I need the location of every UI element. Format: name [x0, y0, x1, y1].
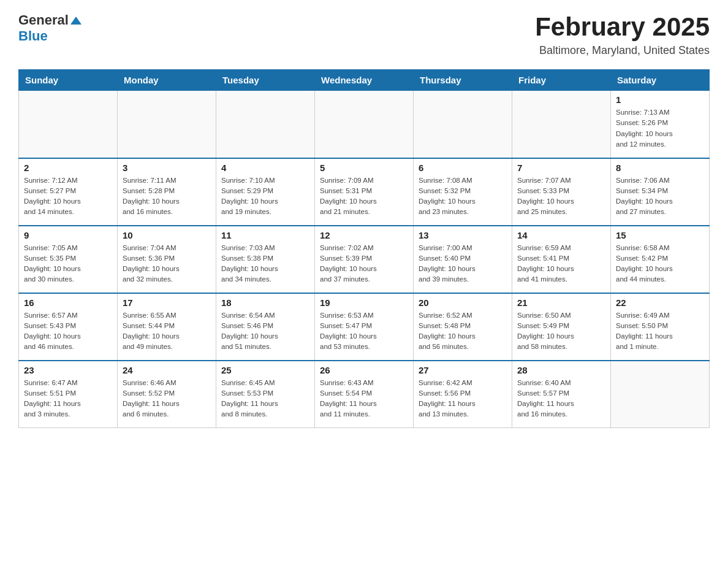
page-header: General Blue February 2025 Baltimore, Ma… [18, 12, 710, 57]
day-info: Sunrise: 6:58 AM Sunset: 5:42 PM Dayligh… [616, 243, 704, 285]
day-info: Sunrise: 6:52 AM Sunset: 5:48 PM Dayligh… [419, 310, 507, 353]
day-info: Sunrise: 7:10 AM Sunset: 5:29 PM Dayligh… [221, 175, 309, 218]
calendar-day-cell [216, 91, 315, 158]
calendar-day-cell: 25Sunrise: 6:45 AM Sunset: 5:53 PM Dayli… [216, 361, 315, 428]
calendar-week-row: 23Sunrise: 6:47 AM Sunset: 5:51 PM Dayli… [19, 361, 710, 428]
day-number: 11 [221, 230, 309, 240]
calendar-day-cell: 3Sunrise: 7:11 AM Sunset: 5:28 PM Daylig… [118, 158, 216, 226]
calendar-week-row: 16Sunrise: 6:57 AM Sunset: 5:43 PM Dayli… [19, 293, 710, 361]
calendar-day-cell: 17Sunrise: 6:55 AM Sunset: 5:44 PM Dayli… [118, 293, 216, 361]
calendar-header-cell: Tuesday [216, 70, 315, 91]
day-number: 13 [419, 230, 507, 240]
day-number: 21 [517, 297, 605, 308]
day-info: Sunrise: 6:55 AM Sunset: 5:44 PM Dayligh… [123, 310, 211, 353]
logo-triangle-icon [70, 17, 82, 25]
calendar-title: February 2025 [535, 12, 710, 42]
day-number: 17 [123, 297, 211, 308]
day-info: Sunrise: 6:53 AM Sunset: 5:47 PM Dayligh… [320, 310, 408, 353]
day-number: 23 [24, 365, 112, 375]
calendar-header-cell: Wednesday [315, 70, 414, 91]
calendar-day-cell: 20Sunrise: 6:52 AM Sunset: 5:48 PM Dayli… [414, 293, 512, 361]
day-info: Sunrise: 7:06 AM Sunset: 5:34 PM Dayligh… [616, 175, 704, 218]
calendar-day-cell: 28Sunrise: 6:40 AM Sunset: 5:57 PM Dayli… [512, 361, 611, 428]
day-info: Sunrise: 6:59 AM Sunset: 5:41 PM Dayligh… [517, 243, 605, 285]
logo-general: General [18, 12, 69, 28]
day-info: Sunrise: 7:05 AM Sunset: 5:35 PM Dayligh… [24, 243, 112, 285]
calendar-table: SundayMondayTuesdayWednesdayThursdayFrid… [18, 69, 710, 428]
day-number: 1 [616, 94, 704, 105]
calendar-day-cell: 10Sunrise: 7:04 AM Sunset: 5:36 PM Dayli… [118, 226, 216, 293]
day-info: Sunrise: 6:50 AM Sunset: 5:49 PM Dayligh… [517, 310, 605, 353]
calendar-day-cell: 22Sunrise: 6:49 AM Sunset: 5:50 PM Dayli… [611, 293, 710, 361]
calendar-header-cell: Monday [118, 70, 216, 91]
calendar-week-row: 2Sunrise: 7:12 AM Sunset: 5:27 PM Daylig… [19, 158, 710, 226]
day-info: Sunrise: 6:40 AM Sunset: 5:57 PM Dayligh… [517, 378, 605, 420]
calendar-day-cell: 2Sunrise: 7:12 AM Sunset: 5:27 PM Daylig… [19, 158, 118, 226]
calendar-day-cell [19, 91, 118, 158]
calendar-body: 1Sunrise: 7:13 AM Sunset: 5:26 PM Daylig… [19, 91, 710, 428]
day-number: 26 [320, 365, 408, 375]
calendar-day-cell: 13Sunrise: 7:00 AM Sunset: 5:40 PM Dayli… [414, 226, 512, 293]
day-number: 24 [123, 365, 211, 375]
day-info: Sunrise: 7:03 AM Sunset: 5:38 PM Dayligh… [221, 243, 309, 285]
calendar-day-cell: 14Sunrise: 6:59 AM Sunset: 5:41 PM Dayli… [512, 226, 611, 293]
day-number: 28 [517, 365, 605, 375]
calendar-day-cell: 11Sunrise: 7:03 AM Sunset: 5:38 PM Dayli… [216, 226, 315, 293]
day-info: Sunrise: 6:47 AM Sunset: 5:51 PM Dayligh… [24, 378, 112, 420]
calendar-header-cell: Thursday [414, 70, 512, 91]
day-info: Sunrise: 6:42 AM Sunset: 5:56 PM Dayligh… [419, 378, 507, 420]
calendar-header-cell: Saturday [611, 70, 710, 91]
day-number: 4 [221, 163, 309, 173]
day-number: 8 [616, 163, 704, 173]
day-info: Sunrise: 7:13 AM Sunset: 5:26 PM Dayligh… [616, 107, 704, 150]
calendar-week-row: 9Sunrise: 7:05 AM Sunset: 5:35 PM Daylig… [19, 226, 710, 293]
day-number: 27 [419, 365, 507, 375]
day-info: Sunrise: 7:04 AM Sunset: 5:36 PM Dayligh… [123, 243, 211, 285]
calendar-day-cell [414, 91, 512, 158]
calendar-day-cell: 21Sunrise: 6:50 AM Sunset: 5:49 PM Dayli… [512, 293, 611, 361]
logo-blue: Blue [18, 28, 48, 44]
day-info: Sunrise: 7:07 AM Sunset: 5:33 PM Dayligh… [517, 175, 605, 218]
day-number: 19 [320, 297, 408, 308]
logo: General Blue [18, 12, 82, 44]
day-number: 25 [221, 365, 309, 375]
calendar-day-cell: 15Sunrise: 6:58 AM Sunset: 5:42 PM Dayli… [611, 226, 710, 293]
day-number: 2 [24, 163, 112, 173]
calendar-header-cell: Friday [512, 70, 611, 91]
day-number: 22 [616, 297, 704, 308]
day-info: Sunrise: 7:11 AM Sunset: 5:28 PM Dayligh… [123, 175, 211, 218]
day-info: Sunrise: 6:46 AM Sunset: 5:52 PM Dayligh… [123, 378, 211, 420]
day-number: 18 [221, 297, 309, 308]
day-number: 3 [123, 163, 211, 173]
day-info: Sunrise: 6:54 AM Sunset: 5:46 PM Dayligh… [221, 310, 309, 353]
day-info: Sunrise: 6:45 AM Sunset: 5:53 PM Dayligh… [221, 378, 309, 420]
calendar-day-cell [118, 91, 216, 158]
day-number: 20 [419, 297, 507, 308]
calendar-day-cell: 1Sunrise: 7:13 AM Sunset: 5:26 PM Daylig… [611, 91, 710, 158]
day-info: Sunrise: 6:57 AM Sunset: 5:43 PM Dayligh… [24, 310, 112, 353]
calendar-day-cell: 12Sunrise: 7:02 AM Sunset: 5:39 PM Dayli… [315, 226, 414, 293]
calendar-header-row: SundayMondayTuesdayWednesdayThursdayFrid… [19, 70, 710, 91]
calendar-day-cell: 26Sunrise: 6:43 AM Sunset: 5:54 PM Dayli… [315, 361, 414, 428]
day-number: 10 [123, 230, 211, 240]
calendar-day-cell: 18Sunrise: 6:54 AM Sunset: 5:46 PM Dayli… [216, 293, 315, 361]
day-number: 7 [517, 163, 605, 173]
day-number: 9 [24, 230, 112, 240]
calendar-week-row: 1Sunrise: 7:13 AM Sunset: 5:26 PM Daylig… [19, 91, 710, 158]
calendar-day-cell: 4Sunrise: 7:10 AM Sunset: 5:29 PM Daylig… [216, 158, 315, 226]
calendar-day-cell: 7Sunrise: 7:07 AM Sunset: 5:33 PM Daylig… [512, 158, 611, 226]
calendar-day-cell: 9Sunrise: 7:05 AM Sunset: 5:35 PM Daylig… [19, 226, 118, 293]
day-number: 6 [419, 163, 507, 173]
day-number: 15 [616, 230, 704, 240]
calendar-day-cell: 23Sunrise: 6:47 AM Sunset: 5:51 PM Dayli… [19, 361, 118, 428]
calendar-subtitle: Baltimore, Maryland, United States [535, 44, 710, 57]
calendar-day-cell: 5Sunrise: 7:09 AM Sunset: 5:31 PM Daylig… [315, 158, 414, 226]
day-number: 14 [517, 230, 605, 240]
calendar-day-cell: 27Sunrise: 6:42 AM Sunset: 5:56 PM Dayli… [414, 361, 512, 428]
day-info: Sunrise: 7:09 AM Sunset: 5:31 PM Dayligh… [320, 175, 408, 218]
day-info: Sunrise: 7:00 AM Sunset: 5:40 PM Dayligh… [419, 243, 507, 285]
day-info: Sunrise: 6:49 AM Sunset: 5:50 PM Dayligh… [616, 310, 704, 353]
day-number: 12 [320, 230, 408, 240]
calendar-day-cell [512, 91, 611, 158]
title-section: February 2025 Baltimore, Maryland, Unite… [535, 12, 710, 57]
